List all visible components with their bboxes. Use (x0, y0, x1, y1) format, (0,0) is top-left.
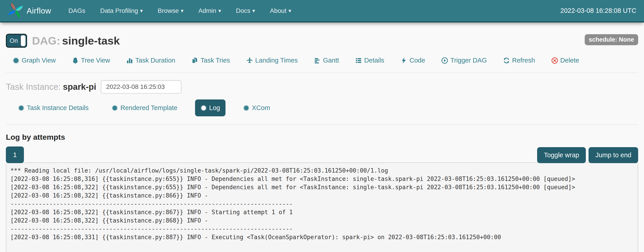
log-line: [2022-03-08 16:25:08,316] {{taskinstance… (10, 175, 634, 183)
view-link-label: Gantt (323, 57, 339, 64)
chevron-down-icon: ▾ (181, 8, 184, 13)
view-link-label: Refresh (512, 57, 535, 64)
task-instance-header: Task Instance: spark-pi (6, 80, 638, 94)
task-instance-label: Task Instance: (6, 82, 61, 92)
button-label: Log (209, 104, 220, 112)
view-link-label: Task Tries (200, 57, 230, 64)
task-instance-name: spark-pi (63, 82, 96, 92)
chevron-down-icon: ▾ (252, 8, 255, 13)
chevron-down-icon: ▾ (218, 8, 221, 13)
airflow-logo-icon (7, 1, 24, 20)
button-label: XCom (252, 104, 270, 112)
log-output[interactable]: *** Reading local file: /usr/local/airfl… (6, 162, 638, 252)
nav-item-label: DAGs (68, 7, 86, 14)
nav-item-browse[interactable]: Browse ▾ (150, 0, 191, 21)
log-line: [2022-03-08 16:25:08,322] {{taskinstance… (10, 183, 634, 191)
view-link-graph-view[interactable]: Graph View (13, 57, 56, 64)
button-label: Task Instance Details (27, 104, 88, 112)
view-link-label: Landing Times (255, 57, 298, 64)
view-link-code[interactable]: Code (400, 57, 425, 64)
log-button[interactable]: Log (195, 100, 226, 116)
dag-view-links: Graph View Tree View Task Duration (13, 57, 638, 64)
nav-item-label: About (270, 7, 286, 14)
nav-item-admin[interactable]: Admin ▾ (191, 0, 228, 21)
utc-clock: 2022-03-08 16:28:08 UTC (560, 7, 637, 14)
view-link-label: Trigger DAG (450, 57, 487, 64)
dag-pause-toggle[interactable]: On (6, 34, 27, 48)
view-link-label: Task Duration (135, 57, 175, 64)
view-link-landing-times[interactable]: Landing Times (246, 57, 298, 64)
dag-header: On DAG:single-task schedule: None (6, 34, 638, 48)
view-link-delete[interactable]: Delete (551, 57, 579, 64)
align-left-icon (314, 57, 321, 64)
attempt-1-tab[interactable]: 1 (6, 146, 24, 163)
log-line: *** Reading local file: /usr/local/airfl… (10, 166, 634, 175)
nav-item-data-profiling[interactable]: Data Profiling ▾ (93, 0, 150, 21)
log-line: ----------------------------------------… (10, 225, 634, 233)
list-icon (355, 57, 362, 64)
view-link-label: Code (410, 57, 425, 64)
toggle-wrap-button[interactable]: Toggle wrap (537, 147, 586, 163)
jump-to-end-button[interactable]: Jump to end (588, 147, 638, 163)
nav-item-about[interactable]: About ▾ (262, 0, 298, 21)
certificate-icon (112, 105, 118, 111)
divider (6, 125, 638, 125)
view-link-task-duration[interactable]: Task Duration (126, 57, 175, 64)
task-instance-details-button[interactable]: Task Instance Details (13, 100, 94, 116)
view-link-trigger-dag[interactable]: Trigger DAG (441, 57, 487, 64)
play-circle-icon (441, 57, 448, 64)
view-link-label: Details (364, 57, 384, 64)
refresh-icon (503, 57, 510, 64)
dag-name: single-task (62, 35, 120, 47)
nav-item-dags[interactable]: DAGs (61, 0, 93, 21)
certificate-icon (18, 105, 24, 111)
chevron-down-icon: ▾ (140, 8, 143, 13)
plane-icon (246, 57, 253, 64)
bolt-icon (400, 57, 407, 64)
nav-item-label: Admin (198, 7, 216, 14)
view-link-label: Graph View (22, 57, 56, 64)
xcom-button[interactable]: XCom (238, 100, 276, 116)
page-title: DAG:single-task (32, 34, 120, 47)
nav-item-label: Data Profiling (100, 7, 138, 14)
toggle-knob (21, 35, 26, 46)
divider (6, 72, 638, 73)
log-toolbar: 1 Toggle wrap Jump to end (6, 146, 638, 163)
certificate-icon (243, 105, 250, 111)
copy-icon (192, 57, 198, 64)
nav-item-label: Docs (236, 7, 250, 14)
certificate-icon (13, 57, 20, 64)
view-link-gantt[interactable]: Gantt (314, 57, 339, 64)
chevron-down-icon: ▾ (288, 8, 291, 13)
toggle-on-label: On (7, 37, 18, 44)
view-link-details[interactable]: Details (355, 57, 384, 64)
schedule-badge: schedule: None (585, 34, 638, 45)
view-link-refresh[interactable]: Refresh (503, 57, 535, 64)
tree-icon (72, 57, 79, 64)
log-line: [2022-03-08 16:25:08,322] {{taskinstance… (10, 217, 634, 225)
nav-menu: DAGs Data Profiling ▾ Browse ▾ Admin ▾ D… (61, 0, 299, 21)
log-line: [2022-03-08 16:25:08,331] {{taskinstance… (10, 233, 634, 242)
remove-circle-icon (551, 57, 558, 64)
log-line: [2022-03-08 16:25:08,322] {{taskinstance… (10, 208, 634, 217)
view-link-tree-view[interactable]: Tree View (72, 57, 110, 64)
brand-name: Airflow (26, 6, 51, 15)
view-link-label: Tree View (81, 57, 110, 64)
execution-date-input[interactable] (101, 80, 182, 94)
bar-chart-icon (126, 57, 133, 64)
nav-item-label: Browse (158, 7, 178, 14)
nav-item-docs[interactable]: Docs ▾ (228, 0, 262, 21)
airflow-brand-link[interactable]: Airflow (7, 1, 51, 20)
button-label: Rendered Template (120, 104, 178, 112)
dag-title-prefix: DAG: (32, 35, 60, 47)
certificate-icon (200, 105, 207, 111)
log-line: ----------------------------------------… (10, 200, 634, 208)
log-by-attempts-heading: Log by attempts (6, 133, 638, 141)
task-instance-tabs: Task Instance Details Rendered Template … (13, 100, 638, 116)
log-line: [2022-03-08 16:25:08,322] {{taskinstance… (10, 191, 634, 200)
view-link-task-tries[interactable]: Task Tries (192, 57, 230, 64)
navbar: Airflow DAGs Data Profiling ▾ Browse ▾ A… (0, 0, 644, 22)
rendered-template-button[interactable]: Rendered Template (106, 100, 183, 116)
view-link-label: Delete (560, 57, 579, 64)
